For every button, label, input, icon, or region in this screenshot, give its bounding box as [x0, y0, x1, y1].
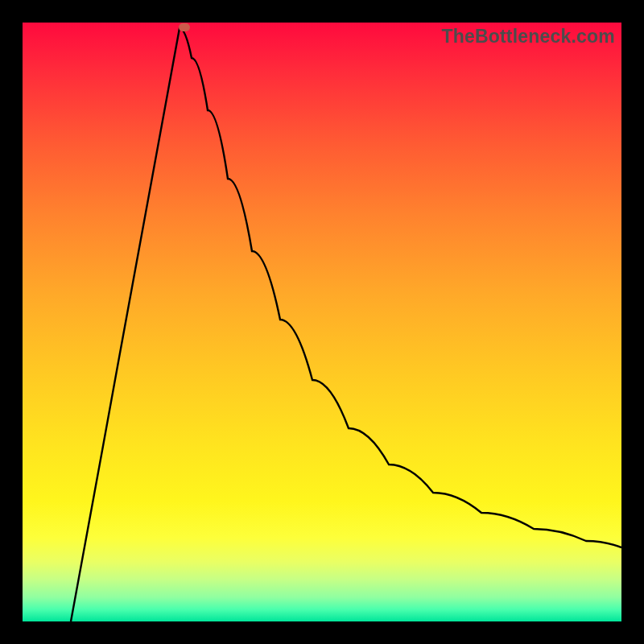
- bottleneck-curve: [23, 23, 621, 621]
- curve-path: [71, 28, 621, 621]
- chart-frame: TheBottleneck.com: [23, 23, 621, 621]
